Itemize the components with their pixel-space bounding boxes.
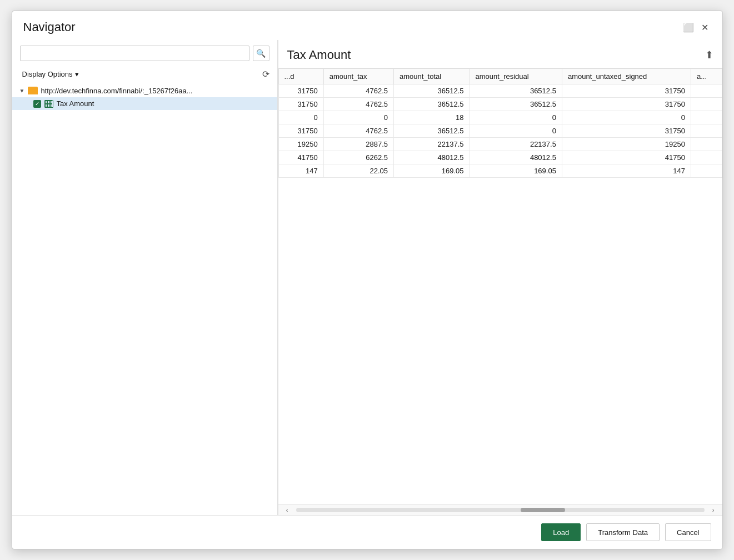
cell-r6-c0: 147	[278, 164, 323, 178]
cell-r3-c1: 4762.5	[323, 124, 393, 138]
cell-r3-c0: 31750	[278, 124, 323, 138]
table-row: 417506262.548012.548012.541750	[278, 151, 722, 164]
data-table: ...d amount_tax amount_total amount_resi…	[278, 68, 722, 178]
col-header-amount-residual: amount_residual	[470, 69, 562, 84]
cell-r5-c0: 41750	[278, 151, 323, 164]
col-header-extra: a...	[691, 69, 722, 84]
cell-r6-c5	[691, 164, 722, 178]
search-input[interactable]	[20, 46, 249, 61]
cell-r5-c1: 6262.5	[323, 151, 393, 164]
window-controls: ⬜ ✕	[682, 21, 711, 33]
search-button[interactable]: 🔍	[253, 46, 269, 61]
cell-r6-c3: 169.05	[470, 164, 562, 178]
folder-icon	[28, 87, 38, 94]
table-row: 14722.05169.05169.05147	[278, 164, 722, 178]
cell-r1-c3: 36512.5	[470, 98, 562, 111]
checkbox-icon: ✓	[33, 100, 41, 108]
cell-r3-c3: 0	[470, 124, 562, 138]
tree-area: ▼ http://dev.techfinna.com/finnabi/:_152…	[12, 84, 277, 515]
cell-r1-c4: 31750	[562, 98, 691, 111]
display-options-label: Display Options	[22, 70, 73, 78]
data-table-scroll[interactable]: ...d amount_tax amount_total amount_resi…	[278, 68, 722, 504]
footer: Load Transform Data Cancel	[12, 515, 722, 549]
table-row: 317504762.536512.5031750	[278, 124, 722, 138]
navigator-dialog: Navigator ⬜ ✕ 🔍 Display Options ▾	[12, 11, 723, 549]
cell-r3-c5	[691, 124, 722, 138]
search-row: 🔍	[12, 46, 277, 67]
title-bar: Navigator ⬜ ✕	[12, 11, 722, 40]
scrollbar-row: ‹ ›	[278, 504, 722, 515]
table-icon	[44, 100, 53, 108]
col-header-amount-total: amount_total	[393, 69, 470, 84]
tree-child-label: Tax Amount	[57, 99, 273, 108]
cell-r0-c3: 36512.5	[470, 84, 562, 98]
cell-r4-c2: 22137.5	[393, 138, 470, 151]
table-row: 001800	[278, 111, 722, 124]
table-body: 317504762.536512.536512.531750317504762.…	[278, 84, 722, 178]
right-panel: Tax Amount ⬆ ...d amount_tax amount_tota…	[278, 40, 722, 515]
preview-header: Tax Amount ⬆	[278, 40, 722, 68]
cell-r6-c1: 22.05	[323, 164, 393, 178]
display-options-row: Display Options ▾ ⟳	[12, 67, 277, 84]
scroll-track[interactable]	[296, 508, 705, 512]
cell-r4-c0: 19250	[278, 138, 323, 151]
col-header-amount-untaxed-signed: amount_untaxed_signed	[562, 69, 691, 84]
preview-title: Tax Amount	[287, 48, 351, 62]
tree-root-label: http://dev.techfinna.com/finnabi/:_15267…	[41, 87, 273, 95]
cell-r2-c4: 0	[562, 111, 691, 124]
preview-refresh-icon: ⬆	[705, 49, 713, 61]
cell-r1-c2: 36512.5	[393, 98, 470, 111]
cell-r1-c0: 31750	[278, 98, 323, 111]
table-row: 317504762.536512.536512.531750	[278, 98, 722, 111]
transform-data-button[interactable]: Transform Data	[586, 523, 660, 541]
left-panel-refresh-button[interactable]: ⟳	[262, 69, 269, 79]
cell-r5-c3: 48012.5	[470, 151, 562, 164]
col-header-amount-tax: amount_tax	[323, 69, 393, 84]
refresh-icon: ⟳	[262, 69, 269, 79]
cancel-button[interactable]: Cancel	[665, 523, 711, 541]
cell-r4-c4: 19250	[562, 138, 691, 151]
cell-r5-c5	[691, 151, 722, 164]
cell-r0-c1: 4762.5	[323, 84, 393, 98]
cell-r0-c5	[691, 84, 722, 98]
cell-r0-c4: 31750	[562, 84, 691, 98]
cell-r0-c2: 36512.5	[393, 84, 470, 98]
cell-r0-c0: 31750	[278, 84, 323, 98]
chevron-down-icon: ▾	[75, 70, 79, 78]
left-panel: 🔍 Display Options ▾ ⟳ ▼ http://	[12, 40, 278, 515]
cell-r2-c0: 0	[278, 111, 323, 124]
scroll-left-button[interactable]: ‹	[281, 505, 294, 515]
cell-r2-c3: 0	[470, 111, 562, 124]
cell-r5-c4: 41750	[562, 151, 691, 164]
cell-r6-c4: 147	[562, 164, 691, 178]
col-header-partial: ...d	[278, 69, 323, 84]
cell-r3-c2: 36512.5	[393, 124, 470, 138]
cell-r6-c2: 169.05	[393, 164, 470, 178]
cell-r1-c5	[691, 98, 722, 111]
display-options-button[interactable]: Display Options ▾	[20, 69, 81, 79]
maximize-button[interactable]: ⬜	[682, 21, 695, 33]
content-area: 🔍 Display Options ▾ ⟳ ▼ http://	[12, 40, 722, 515]
cell-r3-c4: 31750	[562, 124, 691, 138]
cell-r4-c3: 22137.5	[470, 138, 562, 151]
cell-r2-c1: 0	[323, 111, 393, 124]
preview-refresh-button[interactable]: ⬆	[705, 49, 713, 61]
close-button[interactable]: ✕	[699, 21, 711, 33]
cell-r4-c5	[691, 138, 722, 151]
dialog-title: Navigator	[23, 20, 76, 34]
data-table-container: ...d amount_tax amount_total amount_resi…	[278, 68, 722, 515]
table-row: 317504762.536512.536512.531750	[278, 84, 722, 98]
load-button[interactable]: Load	[541, 523, 581, 541]
scroll-right-button[interactable]: ›	[707, 505, 720, 515]
search-icon: 🔍	[256, 49, 266, 58]
table-row: 192502887.522137.522137.519250	[278, 138, 722, 151]
tree-root-node[interactable]: ▼ http://dev.techfinna.com/finnabi/:_152…	[12, 84, 277, 97]
scroll-thumb	[521, 508, 565, 512]
cell-r5-c2: 48012.5	[393, 151, 470, 164]
cell-r4-c1: 2887.5	[323, 138, 393, 151]
tree-child-node-tax-amount[interactable]: ✓ Tax Amount	[12, 97, 277, 110]
tree-expand-icon: ▼	[18, 86, 27, 95]
table-header-row: ...d amount_tax amount_total amount_resi…	[278, 69, 722, 84]
cell-r2-c5	[691, 111, 722, 124]
cell-r2-c2: 18	[393, 111, 470, 124]
